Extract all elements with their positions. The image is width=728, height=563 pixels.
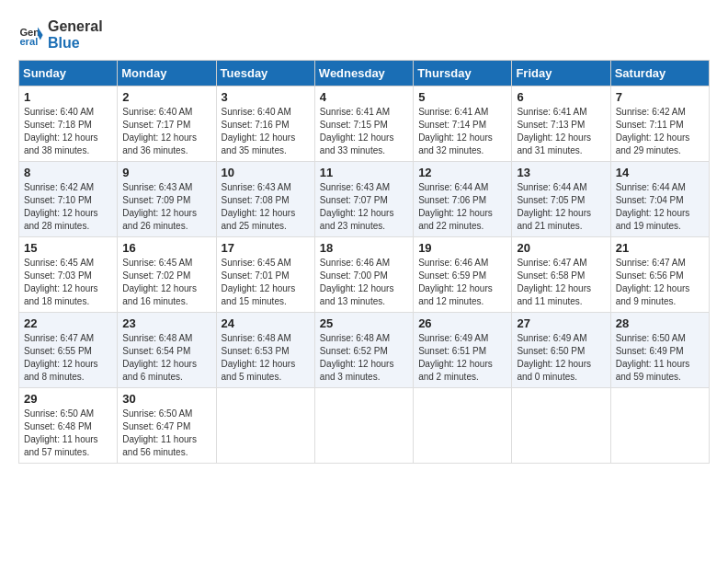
calendar-week-row: 22 Sunrise: 6:47 AMSunset: 6:55 PMDaylig…	[19, 313, 710, 388]
day-number: 28	[616, 316, 704, 330]
calendar-cell: 15 Sunrise: 6:45 AMSunset: 7:03 PMDaylig…	[19, 237, 118, 313]
calendar-cell: 18 Sunrise: 6:46 AMSunset: 7:00 PMDaylig…	[314, 237, 413, 313]
day-number: 7	[616, 90, 704, 104]
svg-text:eral: eral	[19, 36, 38, 47]
calendar-cell: 1 Sunrise: 6:40 AMSunset: 7:18 PMDayligh…	[19, 86, 118, 162]
calendar-cell: 5 Sunrise: 6:41 AMSunset: 7:14 PMDayligh…	[414, 86, 512, 162]
col-friday: Friday	[512, 61, 610, 86]
day-info: Sunrise: 6:44 AMSunset: 7:04 PMDaylight:…	[616, 182, 690, 231]
day-number: 25	[320, 316, 408, 330]
day-info: Sunrise: 6:48 AMSunset: 6:52 PMDaylight:…	[320, 333, 394, 382]
day-info: Sunrise: 6:43 AMSunset: 7:09 PMDaylight:…	[122, 182, 197, 231]
day-info: Sunrise: 6:40 AMSunset: 7:18 PMDaylight:…	[24, 107, 98, 155]
day-info: Sunrise: 6:43 AMSunset: 7:07 PMDaylight:…	[320, 182, 394, 231]
col-tuesday: Tuesday	[216, 61, 314, 86]
col-saturday: Saturday	[610, 61, 709, 86]
day-number: 1	[24, 90, 112, 104]
day-info: Sunrise: 6:50 AMSunset: 6:47 PMDaylight:…	[122, 408, 197, 457]
day-info: Sunrise: 6:41 AMSunset: 7:15 PMDaylight:…	[320, 107, 394, 155]
day-info: Sunrise: 6:48 AMSunset: 6:54 PMDaylight:…	[122, 333, 197, 382]
day-number: 3	[222, 90, 310, 104]
day-info: Sunrise: 6:50 AMSunset: 6:48 PMDaylight:…	[24, 408, 98, 457]
calendar-cell	[610, 388, 709, 464]
day-number: 2	[122, 90, 210, 104]
calendar-cell: 13 Sunrise: 6:44 AMSunset: 7:05 PMDaylig…	[512, 162, 610, 237]
day-info: Sunrise: 6:40 AMSunset: 7:17 PMDaylight:…	[122, 107, 197, 155]
day-number: 10	[222, 166, 310, 179]
day-info: Sunrise: 6:47 AMSunset: 6:56 PMDaylight:…	[616, 258, 690, 306]
day-info: Sunrise: 6:48 AMSunset: 6:53 PMDaylight:…	[222, 333, 296, 382]
day-info: Sunrise: 6:44 AMSunset: 7:05 PMDaylight:…	[517, 182, 591, 231]
calendar-cell: 16 Sunrise: 6:45 AMSunset: 7:02 PMDaylig…	[118, 237, 216, 313]
day-number: 6	[517, 90, 605, 104]
day-info: Sunrise: 6:46 AMSunset: 6:59 PMDaylight:…	[418, 258, 493, 306]
calendar-cell: 10 Sunrise: 6:43 AMSunset: 7:08 PMDaylig…	[216, 162, 314, 237]
day-info: Sunrise: 6:49 AMSunset: 6:50 PMDaylight:…	[517, 333, 591, 382]
calendar-cell: 27 Sunrise: 6:49 AMSunset: 6:50 PMDaylig…	[512, 313, 610, 388]
day-info: Sunrise: 6:43 AMSunset: 7:08 PMDaylight:…	[222, 182, 296, 231]
day-info: Sunrise: 6:46 AMSunset: 7:00 PMDaylight:…	[320, 258, 394, 306]
day-number: 30	[122, 392, 210, 406]
calendar-cell: 28 Sunrise: 6:50 AMSunset: 6:49 PMDaylig…	[610, 313, 709, 388]
calendar-cell: 29 Sunrise: 6:50 AMSunset: 6:48 PMDaylig…	[19, 388, 118, 464]
calendar-table: Sunday Monday Tuesday Wednesday Thursday…	[18, 60, 710, 464]
col-thursday: Thursday	[414, 61, 512, 86]
day-number: 18	[320, 241, 408, 255]
logo-icon: Gen eral	[18, 22, 44, 48]
day-number: 22	[24, 316, 112, 330]
day-info: Sunrise: 6:47 AMSunset: 6:58 PMDaylight:…	[517, 258, 591, 306]
day-number: 23	[122, 316, 210, 330]
day-number: 9	[122, 166, 210, 179]
calendar-cell: 8 Sunrise: 6:42 AMSunset: 7:10 PMDayligh…	[19, 162, 118, 237]
day-info: Sunrise: 6:42 AMSunset: 7:11 PMDaylight:…	[616, 107, 690, 155]
calendar-cell	[216, 388, 314, 464]
calendar-week-row: 1 Sunrise: 6:40 AMSunset: 7:18 PMDayligh…	[19, 86, 710, 162]
day-number: 26	[418, 316, 506, 330]
calendar-cell: 9 Sunrise: 6:43 AMSunset: 7:09 PMDayligh…	[118, 162, 216, 237]
calendar-cell: 2 Sunrise: 6:40 AMSunset: 7:17 PMDayligh…	[118, 86, 216, 162]
calendar-cell: 11 Sunrise: 6:43 AMSunset: 7:07 PMDaylig…	[314, 162, 413, 237]
calendar-cell: 19 Sunrise: 6:46 AMSunset: 6:59 PMDaylig…	[414, 237, 512, 313]
day-info: Sunrise: 6:42 AMSunset: 7:10 PMDaylight:…	[24, 182, 98, 231]
day-number: 13	[517, 166, 605, 179]
day-number: 11	[320, 166, 408, 179]
calendar-cell: 21 Sunrise: 6:47 AMSunset: 6:56 PMDaylig…	[610, 237, 709, 313]
day-number: 15	[24, 241, 112, 255]
day-info: Sunrise: 6:41 AMSunset: 7:13 PMDaylight:…	[517, 107, 591, 155]
day-number: 24	[222, 316, 310, 330]
day-number: 21	[616, 241, 704, 255]
calendar-cell	[314, 388, 413, 464]
calendar-week-row: 15 Sunrise: 6:45 AMSunset: 7:03 PMDaylig…	[19, 237, 710, 313]
calendar-cell: 22 Sunrise: 6:47 AMSunset: 6:55 PMDaylig…	[19, 313, 118, 388]
day-info: Sunrise: 6:45 AMSunset: 7:02 PMDaylight:…	[122, 258, 197, 306]
day-number: 12	[418, 166, 506, 179]
calendar-cell: 7 Sunrise: 6:42 AMSunset: 7:11 PMDayligh…	[610, 86, 709, 162]
day-number: 8	[24, 166, 112, 179]
calendar-cell: 25 Sunrise: 6:48 AMSunset: 6:52 PMDaylig…	[314, 313, 413, 388]
calendar-header-row: Sunday Monday Tuesday Wednesday Thursday…	[19, 61, 710, 86]
day-number: 14	[616, 166, 704, 179]
calendar-cell: 3 Sunrise: 6:40 AMSunset: 7:16 PMDayligh…	[216, 86, 314, 162]
calendar-cell: 23 Sunrise: 6:48 AMSunset: 6:54 PMDaylig…	[118, 313, 216, 388]
day-info: Sunrise: 6:49 AMSunset: 6:51 PMDaylight:…	[418, 333, 493, 382]
calendar-cell: 24 Sunrise: 6:48 AMSunset: 6:53 PMDaylig…	[216, 313, 314, 388]
svg-marker-2	[38, 27, 43, 34]
calendar-cell: 4 Sunrise: 6:41 AMSunset: 7:15 PMDayligh…	[314, 86, 413, 162]
day-info: Sunrise: 6:44 AMSunset: 7:06 PMDaylight:…	[418, 182, 493, 231]
day-info: Sunrise: 6:50 AMSunset: 6:49 PMDaylight:…	[616, 333, 690, 382]
calendar-cell	[414, 388, 512, 464]
calendar-cell: 26 Sunrise: 6:49 AMSunset: 6:51 PMDaylig…	[414, 313, 512, 388]
day-number: 27	[517, 316, 605, 330]
day-number: 19	[418, 241, 506, 255]
calendar-week-row: 29 Sunrise: 6:50 AMSunset: 6:48 PMDaylig…	[19, 388, 710, 464]
day-number: 17	[222, 241, 310, 255]
day-number: 29	[24, 392, 112, 406]
calendar-cell: 6 Sunrise: 6:41 AMSunset: 7:13 PMDayligh…	[512, 86, 610, 162]
col-sunday: Sunday	[19, 61, 118, 86]
calendar-cell: 17 Sunrise: 6:45 AMSunset: 7:01 PMDaylig…	[216, 237, 314, 313]
day-number: 4	[320, 90, 408, 104]
day-number: 5	[418, 90, 506, 104]
day-info: Sunrise: 6:45 AMSunset: 7:03 PMDaylight:…	[24, 258, 98, 306]
page-header: Gen eral General Blue	[18, 18, 710, 51]
calendar-week-row: 8 Sunrise: 6:42 AMSunset: 7:10 PMDayligh…	[19, 162, 710, 237]
